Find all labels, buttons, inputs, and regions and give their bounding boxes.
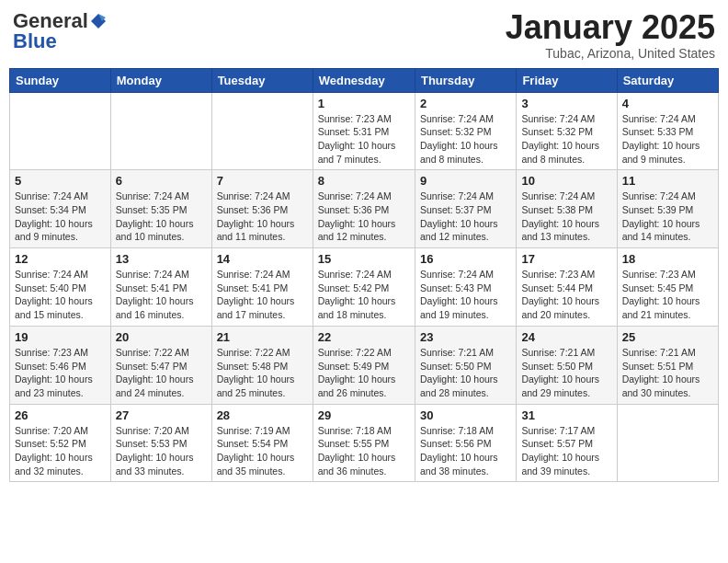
day-number: 15 xyxy=(318,252,410,266)
calendar-week-row: 26Sunrise: 7:20 AMSunset: 5:52 PMDayligh… xyxy=(10,404,719,482)
day-number: 21 xyxy=(217,330,308,344)
calendar-day-cell: 19Sunrise: 7:23 AMSunset: 5:46 PMDayligh… xyxy=(10,326,111,404)
day-number: 6 xyxy=(116,174,207,188)
weekday-header-cell: Friday xyxy=(517,68,617,92)
day-number: 2 xyxy=(420,97,511,110)
calendar-day-cell: 24Sunrise: 7:21 AMSunset: 5:50 PMDayligh… xyxy=(517,326,617,404)
page-header: General Blue January 2025 Tubac, Arizona… xyxy=(9,9,719,61)
weekday-header-cell: Monday xyxy=(110,68,211,92)
day-info: Sunrise: 7:22 AMSunset: 5:49 PMDaylight:… xyxy=(318,346,410,400)
calendar-day-cell: 7Sunrise: 7:24 AMSunset: 5:36 PMDaylight… xyxy=(211,170,313,248)
day-info: Sunrise: 7:24 AMSunset: 5:32 PMDaylight:… xyxy=(420,112,511,167)
calendar-day-cell: 25Sunrise: 7:21 AMSunset: 5:51 PMDayligh… xyxy=(617,326,718,404)
calendar-day-cell: 2Sunrise: 7:24 AMSunset: 5:32 PMDaylight… xyxy=(415,92,516,170)
day-number: 16 xyxy=(420,252,511,266)
calendar-day-cell: 28Sunrise: 7:19 AMSunset: 5:54 PMDayligh… xyxy=(211,404,313,482)
calendar-day-cell xyxy=(10,92,111,170)
day-number: 28 xyxy=(217,408,308,422)
calendar-day-cell: 15Sunrise: 7:24 AMSunset: 5:42 PMDayligh… xyxy=(313,248,415,327)
day-info: Sunrise: 7:24 AMSunset: 5:37 PMDaylight:… xyxy=(420,190,511,244)
day-info: Sunrise: 7:24 AMSunset: 5:43 PMDaylight:… xyxy=(420,268,511,322)
day-info: Sunrise: 7:24 AMSunset: 5:38 PMDaylight:… xyxy=(521,190,611,244)
day-number: 30 xyxy=(420,408,511,422)
day-number: 23 xyxy=(420,330,511,344)
day-number: 25 xyxy=(622,330,713,344)
day-info: Sunrise: 7:24 AMSunset: 5:35 PMDaylight:… xyxy=(116,190,207,244)
calendar-subtitle: Tubac, Arizona, United States xyxy=(506,46,715,61)
day-info: Sunrise: 7:17 AMSunset: 5:57 PMDaylight:… xyxy=(521,424,611,478)
day-info: Sunrise: 7:24 AMSunset: 5:40 PMDaylight:… xyxy=(15,268,106,322)
day-number: 1 xyxy=(318,97,410,110)
calendar-table: SundayMondayTuesdayWednesdayThursdayFrid… xyxy=(9,68,719,483)
day-number: 20 xyxy=(116,330,207,344)
day-number: 10 xyxy=(521,174,611,188)
day-number: 8 xyxy=(318,174,410,188)
day-info: Sunrise: 7:24 AMSunset: 5:33 PMDaylight:… xyxy=(622,112,713,167)
day-info: Sunrise: 7:20 AMSunset: 5:53 PMDaylight:… xyxy=(116,424,207,478)
day-number: 27 xyxy=(116,408,207,422)
calendar-day-cell: 30Sunrise: 7:18 AMSunset: 5:56 PMDayligh… xyxy=(415,404,516,482)
day-info: Sunrise: 7:20 AMSunset: 5:52 PMDaylight:… xyxy=(15,424,106,478)
day-number: 7 xyxy=(217,174,308,188)
day-info: Sunrise: 7:23 AMSunset: 5:31 PMDaylight:… xyxy=(318,112,410,167)
day-number: 22 xyxy=(318,330,410,344)
day-info: Sunrise: 7:23 AMSunset: 5:44 PMDaylight:… xyxy=(521,268,611,322)
calendar-day-cell xyxy=(617,404,718,482)
day-number: 3 xyxy=(521,97,611,110)
calendar-day-cell: 16Sunrise: 7:24 AMSunset: 5:43 PMDayligh… xyxy=(415,248,516,327)
day-number: 17 xyxy=(521,252,611,266)
calendar-week-row: 5Sunrise: 7:24 AMSunset: 5:34 PMDaylight… xyxy=(10,170,719,248)
day-info: Sunrise: 7:24 AMSunset: 5:36 PMDaylight:… xyxy=(217,190,308,244)
day-info: Sunrise: 7:21 AMSunset: 5:51 PMDaylight:… xyxy=(622,346,713,400)
calendar-day-cell: 21Sunrise: 7:22 AMSunset: 5:48 PMDayligh… xyxy=(211,326,313,404)
calendar-day-cell: 6Sunrise: 7:24 AMSunset: 5:35 PMDaylight… xyxy=(110,170,211,248)
day-info: Sunrise: 7:19 AMSunset: 5:54 PMDaylight:… xyxy=(217,424,308,478)
day-number: 14 xyxy=(217,252,308,266)
day-number: 19 xyxy=(15,330,106,344)
day-info: Sunrise: 7:23 AMSunset: 5:45 PMDaylight:… xyxy=(622,268,713,322)
weekday-header-cell: Tuesday xyxy=(211,68,313,92)
day-info: Sunrise: 7:24 AMSunset: 5:34 PMDaylight:… xyxy=(15,190,106,244)
weekday-header-cell: Sunday xyxy=(10,68,111,92)
calendar-day-cell: 31Sunrise: 7:17 AMSunset: 5:57 PMDayligh… xyxy=(517,404,617,482)
calendar-day-cell: 1Sunrise: 7:23 AMSunset: 5:31 PMDaylight… xyxy=(313,92,415,170)
weekday-header-cell: Thursday xyxy=(415,68,516,92)
day-number: 24 xyxy=(521,330,611,344)
day-number: 26 xyxy=(15,408,106,422)
logo-blue: Blue xyxy=(13,29,57,53)
calendar-day-cell: 20Sunrise: 7:22 AMSunset: 5:47 PMDayligh… xyxy=(110,326,211,404)
day-info: Sunrise: 7:23 AMSunset: 5:46 PMDaylight:… xyxy=(15,346,106,400)
calendar-day-cell xyxy=(211,92,313,170)
day-info: Sunrise: 7:24 AMSunset: 5:41 PMDaylight:… xyxy=(217,268,308,322)
calendar-day-cell: 5Sunrise: 7:24 AMSunset: 5:34 PMDaylight… xyxy=(10,170,111,248)
day-number: 13 xyxy=(116,252,207,266)
calendar-day-cell: 23Sunrise: 7:21 AMSunset: 5:50 PMDayligh… xyxy=(415,326,516,404)
day-info: Sunrise: 7:24 AMSunset: 5:32 PMDaylight:… xyxy=(521,112,611,167)
calendar-day-cell: 12Sunrise: 7:24 AMSunset: 5:40 PMDayligh… xyxy=(10,248,111,327)
calendar-day-cell: 9Sunrise: 7:24 AMSunset: 5:37 PMDaylight… xyxy=(415,170,516,248)
day-info: Sunrise: 7:18 AMSunset: 5:56 PMDaylight:… xyxy=(420,424,511,478)
calendar-day-cell: 14Sunrise: 7:24 AMSunset: 5:41 PMDayligh… xyxy=(211,248,313,327)
day-number: 12 xyxy=(15,252,106,266)
calendar-day-cell: 17Sunrise: 7:23 AMSunset: 5:44 PMDayligh… xyxy=(517,248,617,327)
day-number: 4 xyxy=(622,97,713,110)
calendar-day-cell: 4Sunrise: 7:24 AMSunset: 5:33 PMDaylight… xyxy=(617,92,718,170)
calendar-day-cell: 3Sunrise: 7:24 AMSunset: 5:32 PMDaylight… xyxy=(517,92,617,170)
day-info: Sunrise: 7:21 AMSunset: 5:50 PMDaylight:… xyxy=(521,346,611,400)
calendar-day-cell: 10Sunrise: 7:24 AMSunset: 5:38 PMDayligh… xyxy=(517,170,617,248)
day-info: Sunrise: 7:24 AMSunset: 5:41 PMDaylight:… xyxy=(116,268,207,322)
day-info: Sunrise: 7:22 AMSunset: 5:47 PMDaylight:… xyxy=(116,346,207,400)
day-number: 18 xyxy=(622,252,713,266)
calendar-body: 1Sunrise: 7:23 AMSunset: 5:31 PMDaylight… xyxy=(10,92,719,482)
svg-marker-0 xyxy=(91,14,106,29)
day-number: 9 xyxy=(420,174,511,188)
weekday-header-row: SundayMondayTuesdayWednesdayThursdayFrid… xyxy=(10,68,719,92)
weekday-header-cell: Saturday xyxy=(617,68,718,92)
day-number: 31 xyxy=(521,408,611,422)
day-number: 5 xyxy=(15,174,106,188)
calendar-week-row: 1Sunrise: 7:23 AMSunset: 5:31 PMDaylight… xyxy=(10,92,719,170)
logo-flag-icon xyxy=(90,13,107,29)
calendar-day-cell: 18Sunrise: 7:23 AMSunset: 5:45 PMDayligh… xyxy=(617,248,718,327)
day-info: Sunrise: 7:24 AMSunset: 5:42 PMDaylight:… xyxy=(318,268,410,322)
calendar-title: January 2025 xyxy=(506,9,715,46)
